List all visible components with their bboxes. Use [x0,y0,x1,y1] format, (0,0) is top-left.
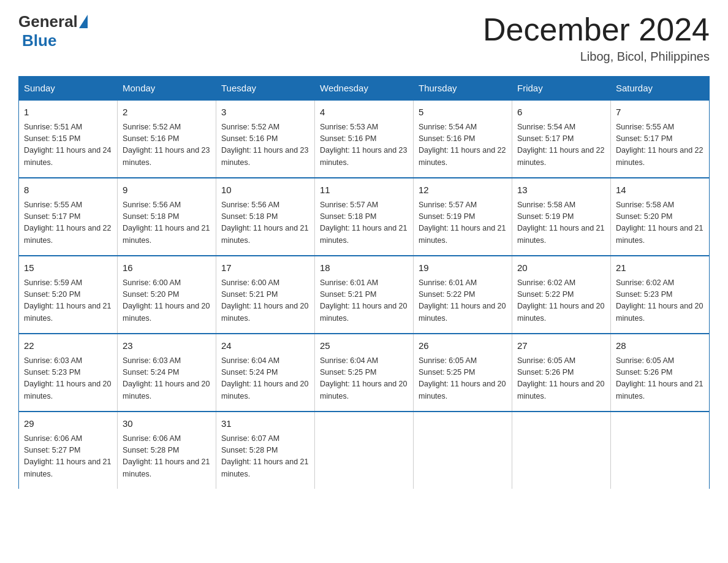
day-info: Sunrise: 5:57 AMSunset: 5:19 PMDaylight:… [419,199,507,247]
day-number: 9 [123,183,211,197]
calendar-cell: 14Sunrise: 5:58 AMSunset: 5:20 PMDayligh… [611,178,710,256]
calendar-cell: 29Sunrise: 6:06 AMSunset: 5:27 PMDayligh… [19,412,118,489]
day-info: Sunrise: 5:59 AMSunset: 5:20 PMDaylight:… [24,277,112,325]
day-info: Sunrise: 5:58 AMSunset: 5:19 PMDaylight:… [517,199,605,247]
day-header-friday: Friday [512,77,611,101]
calendar-cell: 11Sunrise: 5:57 AMSunset: 5:18 PMDayligh… [315,178,414,256]
calendar-body: 1Sunrise: 5:51 AMSunset: 5:15 PMDaylight… [19,100,710,489]
day-number: 2 [123,105,211,120]
calendar-cell [414,412,512,489]
calendar-cell: 10Sunrise: 5:56 AMSunset: 5:18 PMDayligh… [216,178,315,256]
day-number: 16 [123,261,211,275]
calendar-cell: 23Sunrise: 6:03 AMSunset: 5:24 PMDayligh… [118,334,216,412]
day-number: 5 [419,105,507,120]
day-header-monday: Monday [118,77,216,101]
day-info: Sunrise: 6:05 AMSunset: 5:26 PMDaylight:… [517,355,605,403]
day-number: 19 [419,261,507,275]
calendar-cell: 27Sunrise: 6:05 AMSunset: 5:26 PMDayligh… [512,334,611,412]
day-number: 23 [123,339,211,353]
day-info: Sunrise: 6:04 AMSunset: 5:24 PMDaylight:… [221,355,309,403]
week-row-5: 29Sunrise: 6:06 AMSunset: 5:27 PMDayligh… [19,412,710,489]
calendar-cell: 5Sunrise: 5:54 AMSunset: 5:16 PMDaylight… [414,100,512,178]
day-info: Sunrise: 6:04 AMSunset: 5:25 PMDaylight:… [320,355,408,403]
week-row-1: 1Sunrise: 5:51 AMSunset: 5:15 PMDaylight… [19,100,710,178]
calendar-cell: 22Sunrise: 6:03 AMSunset: 5:23 PMDayligh… [19,334,118,412]
calendar-cell [611,412,710,489]
day-info: Sunrise: 6:05 AMSunset: 5:26 PMDaylight:… [616,355,704,403]
day-info: Sunrise: 6:06 AMSunset: 5:27 PMDaylight:… [24,433,112,481]
day-info: Sunrise: 5:54 AMSunset: 5:16 PMDaylight:… [419,121,507,169]
calendar-cell: 8Sunrise: 5:55 AMSunset: 5:17 PMDaylight… [19,178,118,256]
calendar-cell: 1Sunrise: 5:51 AMSunset: 5:15 PMDaylight… [19,100,118,178]
calendar-cell: 31Sunrise: 6:07 AMSunset: 5:28 PMDayligh… [216,412,315,489]
day-info: Sunrise: 6:06 AMSunset: 5:28 PMDaylight:… [123,433,211,481]
day-number: 14 [616,183,704,197]
day-number: 12 [419,183,507,197]
day-info: Sunrise: 5:53 AMSunset: 5:16 PMDaylight:… [320,121,408,169]
day-info: Sunrise: 5:52 AMSunset: 5:16 PMDaylight:… [221,121,309,169]
day-number: 6 [517,105,605,120]
calendar-cell: 15Sunrise: 5:59 AMSunset: 5:20 PMDayligh… [19,256,118,334]
page-header: General Blue December 2024 Libog, Bicol,… [18,12,710,64]
calendar-cell: 2Sunrise: 5:52 AMSunset: 5:16 PMDaylight… [118,100,216,178]
day-number: 30 [123,417,211,431]
logo-triangle-icon [79,15,88,28]
day-info: Sunrise: 6:03 AMSunset: 5:24 PMDaylight:… [123,355,211,403]
week-row-4: 22Sunrise: 6:03 AMSunset: 5:23 PMDayligh… [19,334,710,412]
title-block: December 2024 Libog, Bicol, Philippines [483,12,710,64]
day-header-tuesday: Tuesday [216,77,315,101]
calendar-cell: 16Sunrise: 6:00 AMSunset: 5:20 PMDayligh… [118,256,216,334]
logo-general-text: General [18,12,78,31]
day-number: 10 [221,183,309,197]
day-number: 15 [24,261,112,275]
calendar-cell: 21Sunrise: 6:02 AMSunset: 5:23 PMDayligh… [611,256,710,334]
day-number: 26 [419,339,507,353]
day-info: Sunrise: 6:00 AMSunset: 5:21 PMDaylight:… [221,277,309,325]
logo: General Blue [18,12,88,50]
calendar-cell: 9Sunrise: 5:56 AMSunset: 5:18 PMDaylight… [118,178,216,256]
day-info: Sunrise: 6:07 AMSunset: 5:28 PMDaylight:… [221,433,309,481]
calendar-cell: 19Sunrise: 6:01 AMSunset: 5:22 PMDayligh… [414,256,512,334]
day-info: Sunrise: 6:05 AMSunset: 5:25 PMDaylight:… [419,355,507,403]
day-info: Sunrise: 5:56 AMSunset: 5:18 PMDaylight:… [221,199,309,247]
day-info: Sunrise: 5:55 AMSunset: 5:17 PMDaylight:… [616,121,704,169]
calendar-cell: 6Sunrise: 5:54 AMSunset: 5:17 PMDaylight… [512,100,611,178]
calendar-header: SundayMondayTuesdayWednesdayThursdayFrid… [19,77,710,101]
day-info: Sunrise: 5:55 AMSunset: 5:17 PMDaylight:… [24,199,112,247]
day-info: Sunrise: 6:02 AMSunset: 5:22 PMDaylight:… [517,277,605,325]
calendar-cell: 4Sunrise: 5:53 AMSunset: 5:16 PMDaylight… [315,100,414,178]
day-number: 17 [221,261,309,275]
calendar-cell [315,412,414,489]
day-header-wednesday: Wednesday [315,77,414,101]
calendar-cell: 13Sunrise: 5:58 AMSunset: 5:19 PMDayligh… [512,178,611,256]
day-number: 25 [320,339,408,353]
day-info: Sunrise: 5:54 AMSunset: 5:17 PMDaylight:… [517,121,605,169]
calendar-subtitle: Libog, Bicol, Philippines [483,50,710,64]
calendar-cell: 30Sunrise: 6:06 AMSunset: 5:28 PMDayligh… [118,412,216,489]
day-info: Sunrise: 5:56 AMSunset: 5:18 PMDaylight:… [123,199,211,247]
calendar-cell: 28Sunrise: 6:05 AMSunset: 5:26 PMDayligh… [611,334,710,412]
day-number: 1 [24,105,112,120]
day-number: 21 [616,261,704,275]
calendar-cell: 20Sunrise: 6:02 AMSunset: 5:22 PMDayligh… [512,256,611,334]
day-info: Sunrise: 6:02 AMSunset: 5:23 PMDaylight:… [616,277,704,325]
day-number: 4 [320,105,408,120]
day-header-saturday: Saturday [611,77,710,101]
day-info: Sunrise: 6:01 AMSunset: 5:21 PMDaylight:… [320,277,408,325]
calendar-cell: 17Sunrise: 6:00 AMSunset: 5:21 PMDayligh… [216,256,315,334]
calendar-cell: 24Sunrise: 6:04 AMSunset: 5:24 PMDayligh… [216,334,315,412]
day-number: 29 [24,417,112,431]
calendar-cell: 26Sunrise: 6:05 AMSunset: 5:25 PMDayligh… [414,334,512,412]
day-info: Sunrise: 6:03 AMSunset: 5:23 PMDaylight:… [24,355,112,403]
week-row-2: 8Sunrise: 5:55 AMSunset: 5:17 PMDaylight… [19,178,710,256]
day-number: 7 [616,105,704,120]
day-number: 20 [517,261,605,275]
day-number: 13 [517,183,605,197]
day-info: Sunrise: 6:01 AMSunset: 5:22 PMDaylight:… [419,277,507,325]
day-info: Sunrise: 5:51 AMSunset: 5:15 PMDaylight:… [24,121,112,169]
calendar-table: SundayMondayTuesdayWednesdayThursdayFrid… [18,76,710,489]
calendar-cell: 12Sunrise: 5:57 AMSunset: 5:19 PMDayligh… [414,178,512,256]
day-number: 24 [221,339,309,353]
day-info: Sunrise: 6:00 AMSunset: 5:20 PMDaylight:… [123,277,211,325]
calendar-cell: 18Sunrise: 6:01 AMSunset: 5:21 PMDayligh… [315,256,414,334]
